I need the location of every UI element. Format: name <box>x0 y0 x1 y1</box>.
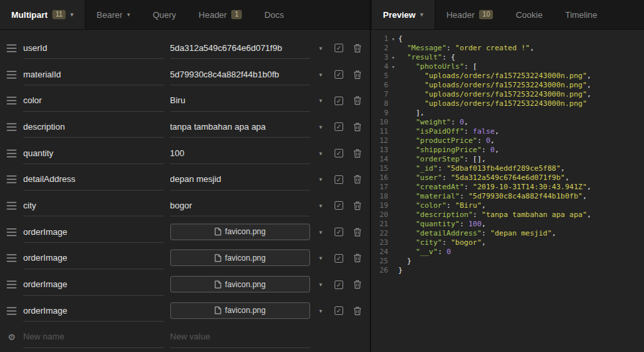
enabled-checkbox[interactable]: ✓ <box>335 254 343 263</box>
new-name-field[interactable]: New name <box>23 326 164 348</box>
enabled-checkbox[interactable]: ✓ <box>335 122 343 131</box>
drag-handle-icon[interactable] <box>7 281 17 288</box>
drag-handle-icon[interactable] <box>7 123 17 131</box>
new-name-placeholder: New name <box>23 331 64 341</box>
enabled-checkbox[interactable]: ✓ <box>335 149 343 157</box>
delete-row-button[interactable] <box>353 253 362 263</box>
row-name-field[interactable]: color <box>23 90 164 112</box>
delete-row-button[interactable] <box>353 228 362 237</box>
response-json-viewer[interactable]: 1▾{2 "Message": "order created !",3▾ "re… <box>371 30 644 352</box>
delete-row-button[interactable] <box>353 122 362 132</box>
file-button[interactable]: favicon.png <box>170 276 311 292</box>
enabled-checkbox[interactable]: ✓ <box>335 70 343 79</box>
line-number: 2 <box>374 44 388 53</box>
chevron-down-icon[interactable]: ▾ <box>317 45 325 52</box>
chevron-down-icon[interactable]: ▾ <box>317 281 325 288</box>
file-button[interactable]: favicon.png <box>170 302 311 319</box>
tab-docs[interactable]: Docs <box>253 0 295 29</box>
chevron-down-icon[interactable]: ▾ <box>317 229 325 236</box>
line-number: 4 <box>374 62 388 71</box>
row-value-field[interactable]: 5d79930c8c4a882f44b1b0fb <box>170 64 311 85</box>
enabled-checkbox[interactable]: ✓ <box>335 228 343 236</box>
drag-handle-icon[interactable] <box>7 150 17 157</box>
row-value-field[interactable]: favicon.png <box>170 247 311 269</box>
chevron-down-icon[interactable]: ▾ <box>317 176 325 183</box>
drag-handle-icon[interactable] <box>7 307 17 315</box>
row-value-field[interactable]: favicon.png <box>170 300 311 322</box>
enabled-checkbox[interactable]: ✓ <box>335 201 343 210</box>
enabled-checkbox[interactable]: ✓ <box>335 97 343 105</box>
fold-arrow-icon[interactable]: ▾ <box>388 53 398 62</box>
tab-cookie[interactable]: Cookie <box>504 0 553 29</box>
enabled-checkbox[interactable]: ✓ <box>335 175 343 184</box>
delete-row-button[interactable] <box>353 175 362 184</box>
row-value-field[interactable]: tanpa tambahan apa apa <box>170 116 311 138</box>
row-name-field[interactable]: description <box>23 116 164 138</box>
drag-handle-icon[interactable] <box>7 71 17 79</box>
row-name-field[interactable]: city <box>23 195 164 216</box>
row-name-field[interactable]: orderImage <box>23 247 164 269</box>
tab-bearer[interactable]: Bearer▾ <box>85 0 142 29</box>
enabled-checkbox[interactable]: ✓ <box>335 44 343 52</box>
tab-header[interactable]: Header1 <box>188 0 253 29</box>
enabled-checkbox[interactable]: ✓ <box>335 281 343 289</box>
row-value-field[interactable]: favicon.png <box>170 274 311 296</box>
code-text: "productPrice": 0, <box>398 136 495 146</box>
row-value-field[interactable]: Biru <box>170 90 311 112</box>
chevron-down-icon[interactable]: ▾ <box>317 124 325 130</box>
row-name-text: orderImage <box>23 227 67 237</box>
delete-row-button[interactable] <box>353 96 362 105</box>
row-value-field[interactable]: 100 <box>170 142 311 164</box>
tab-preview[interactable]: Preview▾ <box>371 0 435 29</box>
gear-icon[interactable]: ⚙ <box>7 332 17 342</box>
row-name-text: materialId <box>23 69 61 79</box>
new-value-field[interactable]: New value <box>170 326 311 348</box>
row-value-field[interactable]: 5da312a549c6764e6d071f9b <box>170 37 311 59</box>
delete-row-button[interactable] <box>353 44 362 53</box>
delete-row-button[interactable] <box>353 201 362 210</box>
trash-icon <box>353 149 362 158</box>
row-name-field[interactable]: orderImage <box>23 221 164 243</box>
delete-row-button[interactable] <box>353 149 362 158</box>
code-line: 4▾ "photoUrls": [ <box>374 62 644 71</box>
drag-handle-icon[interactable] <box>7 254 17 262</box>
file-button[interactable]: favicon.png <box>170 224 311 240</box>
fold-gutter <box>388 173 398 183</box>
row-name-field[interactable]: orderImage <box>23 300 164 322</box>
line-number: 21 <box>374 220 388 229</box>
trash-icon <box>353 175 362 184</box>
delete-row-button[interactable] <box>353 306 362 316</box>
row-value-field[interactable]: bogor <box>170 195 311 216</box>
drag-handle-icon[interactable] <box>7 44 17 52</box>
chevron-down-icon[interactable]: ▾ <box>317 202 325 209</box>
chevron-down-icon[interactable]: ▾ <box>317 150 325 157</box>
row-value-field[interactable]: depan mesjid <box>170 169 311 191</box>
drag-handle-icon[interactable] <box>7 202 17 210</box>
fold-arrow-icon[interactable]: ▾ <box>388 34 398 44</box>
trash-icon <box>353 306 362 316</box>
row-name-field[interactable]: userId <box>23 37 164 59</box>
row-name-field[interactable]: orderImage <box>23 274 164 296</box>
tab-header[interactable]: Header10 <box>435 0 505 29</box>
drag-handle-icon[interactable] <box>7 228 17 236</box>
tab-query[interactable]: Query <box>141 0 187 29</box>
drag-handle-icon[interactable] <box>7 97 17 105</box>
tab-multipart[interactable]: Multipart11▾ <box>0 0 85 29</box>
tab-timeline[interactable]: Timeline <box>554 0 609 29</box>
row-value-field[interactable]: favicon.png <box>170 221 311 243</box>
chevron-down-icon[interactable]: ▾ <box>317 97 325 104</box>
line-number: 5 <box>374 71 388 81</box>
delete-row-button[interactable] <box>353 70 362 79</box>
drag-handle-icon[interactable] <box>7 175 17 183</box>
delete-row-button[interactable] <box>353 280 362 289</box>
chevron-down-icon[interactable]: ▾ <box>317 255 325 261</box>
fold-arrow-icon[interactable]: ▾ <box>388 62 398 71</box>
row-name-field[interactable]: quantity <box>23 142 164 164</box>
row-name-field[interactable]: detailAddress <box>23 169 164 191</box>
chevron-down-icon[interactable]: ▾ <box>317 71 325 78</box>
line-number: 13 <box>374 146 388 155</box>
file-button[interactable]: favicon.png <box>170 249 311 266</box>
enabled-checkbox[interactable]: ✓ <box>335 306 343 315</box>
row-name-field[interactable]: materialId <box>23 64 164 85</box>
chevron-down-icon[interactable]: ▾ <box>317 308 325 314</box>
